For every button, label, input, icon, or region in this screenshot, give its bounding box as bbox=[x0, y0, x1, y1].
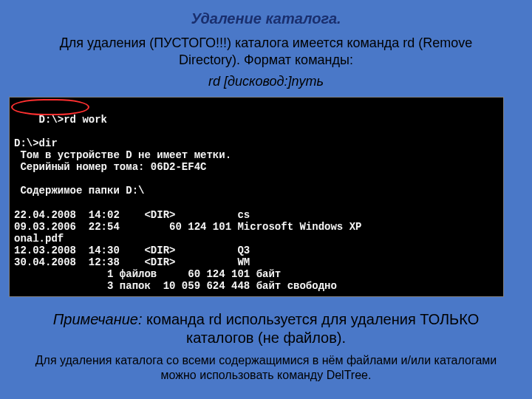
term-line: D:\>dir bbox=[14, 137, 58, 149]
slide-title: Удаление каталога. bbox=[0, 0, 532, 27]
note-secondary: Для удаления каталога со всеми содержащи… bbox=[30, 353, 502, 383]
slide: Удаление каталога. Для удаления (ПУСТОГО… bbox=[0, 0, 532, 399]
term-line: D:\>rd work bbox=[39, 114, 107, 126]
note-primary: Примечание: команда rd используется для … bbox=[37, 310, 495, 347]
note-body: команда rd используется для удаления ТОЛ… bbox=[143, 311, 480, 346]
term-line: 1 файлов 60 124 101 байт bbox=[14, 268, 281, 280]
term-line: Содержимое папки D:\ bbox=[14, 185, 144, 197]
intro-text: Для удаления (ПУСТОГО!!!) каталога имеет… bbox=[30, 35, 502, 69]
term-line: onal.pdf bbox=[14, 233, 64, 245]
note-lead: Примечание: bbox=[53, 311, 143, 327]
term-line: 12.03.2008 14:30 <DIR> Q3 bbox=[14, 245, 250, 256]
term-line: 22.04.2008 14:02 <DIR> cs bbox=[14, 209, 250, 221]
highlight-circle bbox=[11, 99, 89, 115]
term-line: 30.04.2008 12:38 <DIR> WM bbox=[14, 256, 250, 268]
term-line: Серийный номер тома: 06D2-EF4C bbox=[14, 161, 206, 173]
term-line: 09.03.2006 22:54 60 124 101 Microsoft Wi… bbox=[14, 221, 361, 233]
terminal-output: D:\>rd work D:\>dir Том в устройстве D н… bbox=[9, 97, 504, 298]
term-line: Том в устройстве D не имеет метки. bbox=[14, 149, 231, 161]
command-format: rd [дисковод:]путь bbox=[0, 74, 532, 89]
term-line: 3 папок 10 059 624 448 байт свободно bbox=[14, 280, 337, 292]
